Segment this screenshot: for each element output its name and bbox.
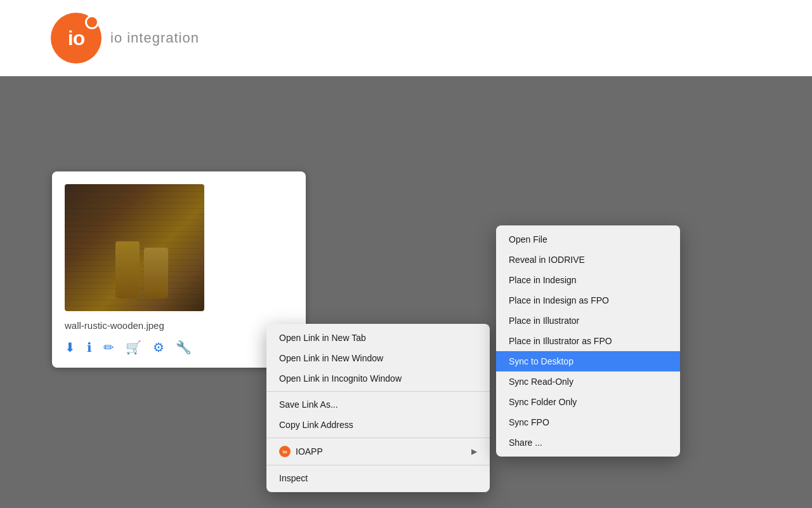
menu-separator-2 — [266, 438, 490, 438]
menu-open-incognito[interactable]: Open Link in Incognito Window — [266, 368, 490, 389]
asset-thumbnail — [65, 184, 204, 311]
menu-place-illustrator[interactable]: Place in Illustrator — [496, 311, 680, 331]
submenu-arrow: ▶ — [471, 447, 477, 456]
menu-share[interactable]: Share ... — [496, 432, 680, 453]
menu-inspect[interactable]: Inspect — [266, 468, 490, 488]
ioapp-mini-logo: io — [279, 446, 291, 457]
header: io io integration — [0, 0, 812, 76]
brand-name: io integration — [110, 30, 199, 46]
menu-separator-3 — [266, 465, 490, 465]
asset-actions: ⬇ ℹ ✏ 🛒 ⚙ 🔧 — [65, 340, 293, 355]
asset-filename: wall-rustic-wooden.jpeg — [65, 320, 293, 331]
menu-save-link-as[interactable]: Save Link As... — [266, 394, 490, 415]
logo-circle: io — [51, 13, 102, 64]
main-content: wall-rustic-wooden.jpeg ⬇ ℹ ✏ 🛒 ⚙ 🔧 Open… — [0, 76, 812, 508]
browser-context-menu: Open Link in New Tab Open Link in New Wi… — [266, 324, 490, 492]
ioapp-label-container: io IOAPP — [279, 446, 323, 457]
menu-copy-link[interactable]: Copy Link Address — [266, 415, 490, 435]
menu-ioapp[interactable]: io IOAPP ▶ — [266, 441, 490, 462]
boot-left — [115, 241, 140, 298]
menu-open-new-tab[interactable]: Open Link in New Tab — [266, 328, 490, 348]
menu-open-new-window[interactable]: Open Link in New Window — [266, 348, 490, 368]
menu-separator-1 — [266, 391, 490, 392]
menu-place-indesign-fpo[interactable]: Place in Indesign as FPO — [496, 290, 680, 311]
logo-text: io — [68, 27, 84, 50]
download-icon[interactable]: ⬇ — [65, 340, 75, 355]
menu-open-file[interactable]: Open File — [496, 229, 680, 250]
logo-container: io io integration — [51, 13, 199, 64]
menu-sync-desktop[interactable]: Sync to Desktop — [496, 351, 680, 371]
menu-sync-folder-only[interactable]: Sync Folder Only — [496, 392, 680, 412]
menu-reveal-iodrive[interactable]: Reveal in IODRIVE — [496, 250, 680, 270]
boot-right — [144, 248, 168, 298]
tools-icon[interactable]: 🔧 — [176, 340, 192, 355]
app-context-menu: Open File Reveal in IODRIVE Place in Ind… — [496, 225, 680, 457]
info-icon[interactable]: ℹ — [87, 340, 92, 355]
settings-icon[interactable]: ⚙ — [153, 340, 164, 355]
menu-sync-read-only[interactable]: Sync Read-Only — [496, 371, 680, 392]
menu-place-illustrator-fpo[interactable]: Place in Illustrator as FPO — [496, 331, 680, 351]
edit-icon[interactable]: ✏ — [103, 340, 114, 355]
menu-place-indesign[interactable]: Place in Indesign — [496, 270, 680, 290]
cart-icon[interactable]: 🛒 — [126, 340, 141, 355]
menu-sync-fpo[interactable]: Sync FPO — [496, 412, 680, 432]
